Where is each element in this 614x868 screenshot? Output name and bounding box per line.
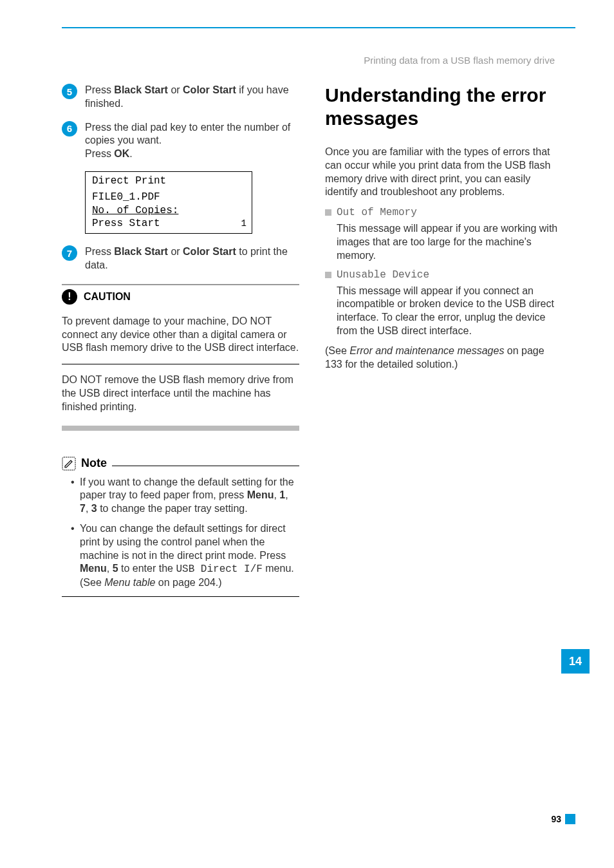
error-description: This message will appear if you are work… xyxy=(337,222,563,262)
list-item: If you want to change the default settin… xyxy=(71,476,299,516)
black-start-label: Black Start xyxy=(114,84,168,95)
lcd-display: Direct Print FILE0_1.PDF No. of Copies: … xyxy=(85,171,252,234)
square-bullet-icon xyxy=(325,272,331,278)
pencil-icon xyxy=(62,457,76,471)
key-7: 7 xyxy=(80,503,86,514)
page-number-accent xyxy=(565,814,575,824)
lcd-value: 1 xyxy=(241,218,247,229)
error-code: Unusable Device xyxy=(337,269,429,281)
step-5: 5 Press Black Start or Color Start if yo… xyxy=(62,84,299,111)
text: or xyxy=(168,84,183,95)
divider xyxy=(112,466,299,466)
text: You can change the default settings for … xyxy=(80,523,286,561)
text: Press the dial pad key to enter the numb… xyxy=(85,122,290,146)
divider xyxy=(62,596,299,597)
ok-label: OK xyxy=(114,148,129,159)
left-column: 5 Press Black Start or Color Start if yo… xyxy=(62,84,299,597)
header-rule xyxy=(62,27,575,28)
page-number: 93 xyxy=(551,814,561,824)
step-number-badge: 5 xyxy=(62,84,77,99)
lcd-line: Press Start xyxy=(92,217,245,231)
text: to enter the xyxy=(118,563,176,574)
text: , xyxy=(107,563,113,574)
lcd-line: FILE0_1.PDF xyxy=(92,191,245,204)
menu-key: Menu xyxy=(80,563,107,574)
step-6-text: Press the dial pad key to enter the numb… xyxy=(85,121,299,161)
menu-table-link[interactable]: Menu table xyxy=(104,577,155,588)
text: Press xyxy=(85,84,114,95)
black-start-label: Black Start xyxy=(114,246,168,257)
intro-paragraph: Once you are familiar with the types of … xyxy=(325,146,563,199)
caution-header: ! CAUTION xyxy=(62,284,299,308)
error-item: Out of Memory xyxy=(325,207,563,218)
text: (See xyxy=(325,345,349,356)
key-1: 1 xyxy=(279,489,285,500)
step-6: 6 Press the dial pad key to enter the nu… xyxy=(62,121,299,161)
color-start-label: Color Start xyxy=(183,246,236,257)
main-content: 5 Press Black Start or Color Start if yo… xyxy=(62,84,563,597)
caution-paragraph: To prevent damage to your machine, DO NO… xyxy=(62,315,299,355)
text: . xyxy=(129,148,132,159)
usb-menu-label: USB Direct I/F xyxy=(176,563,262,575)
caution-paragraph: DO NOT remove the USB flash memory drive… xyxy=(62,373,299,413)
text: Press xyxy=(85,148,114,159)
step-7: 7 Press Black Start or Color Start to pr… xyxy=(62,245,299,272)
key-3: 3 xyxy=(91,503,97,514)
divider xyxy=(62,364,299,364)
text: , xyxy=(285,489,288,500)
error-item: Unusable Device xyxy=(325,269,563,281)
note-list: If you want to change the default settin… xyxy=(62,476,299,590)
step-number-badge: 6 xyxy=(62,121,77,137)
section-heading: Understanding the error messages xyxy=(325,84,563,130)
svg-rect-0 xyxy=(62,457,75,470)
text: Press xyxy=(85,246,114,257)
error-description: This message will appear if you connect … xyxy=(337,285,563,338)
text: on page 204.) xyxy=(155,577,221,588)
error-messages-link[interactable]: Error and maintenance messages xyxy=(349,345,504,356)
right-column: Understanding the error messages Once yo… xyxy=(325,84,563,597)
chapter-tab: 14 xyxy=(561,649,590,674)
note-header: Note xyxy=(62,457,299,471)
text: to change the paper tray setting. xyxy=(97,503,248,514)
caution-icon: ! xyxy=(62,289,77,305)
step-5-text: Press Black Start or Color Start if you … xyxy=(85,84,299,111)
color-start-label: Color Start xyxy=(183,84,236,95)
key-5: 5 xyxy=(113,563,118,574)
note-label: Note xyxy=(81,457,107,470)
lcd-line: No. of Copies: xyxy=(92,204,245,218)
step-number-badge: 7 xyxy=(62,245,77,261)
lcd-line: Direct Print xyxy=(92,175,245,188)
list-item: You can change the default settings for … xyxy=(71,522,299,590)
running-header: Printing data from a USB flash memory dr… xyxy=(364,55,555,66)
menu-key: Menu xyxy=(247,489,274,500)
text: , xyxy=(86,503,91,514)
error-code: Out of Memory xyxy=(337,207,417,218)
text: or xyxy=(168,246,183,257)
caution-end-bar xyxy=(62,426,299,431)
caution-label: CAUTION xyxy=(84,291,131,303)
see-reference: (See Error and maintenance messages on p… xyxy=(325,344,563,372)
step-7-text: Press Black Start or Color Start to prin… xyxy=(85,245,299,272)
square-bullet-icon xyxy=(325,209,331,216)
